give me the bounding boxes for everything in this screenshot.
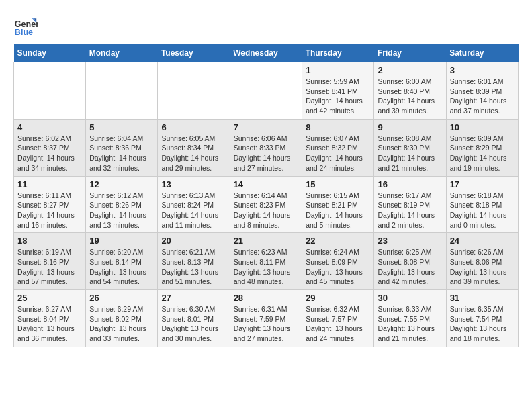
day-detail: Sunrise: 6:09 AM Sunset: 8:29 PM Dayligh… (450, 134, 515, 173)
day-number: 22 (306, 236, 370, 246)
day-detail: Sunrise: 6:13 AM Sunset: 8:24 PM Dayligh… (161, 191, 226, 230)
calendar-cell: 8Sunrise: 6:07 AM Sunset: 8:32 PM Daylig… (302, 119, 374, 176)
week-row-4: 25Sunrise: 6:27 AM Sunset: 8:04 PM Dayli… (14, 290, 519, 347)
calendar-cell: 16Sunrise: 6:17 AM Sunset: 8:19 PM Dayli… (374, 176, 446, 233)
logo: General Blue (13, 13, 40, 38)
page-header: General Blue (13, 13, 519, 38)
svg-text:Blue: Blue (15, 28, 33, 37)
day-detail: Sunrise: 6:00 AM Sunset: 8:40 PM Dayligh… (378, 77, 442, 116)
day-detail: Sunrise: 6:18 AM Sunset: 8:18 PM Dayligh… (450, 191, 515, 230)
day-detail: Sunrise: 6:26 AM Sunset: 8:06 PM Dayligh… (450, 247, 515, 287)
day-detail: Sunrise: 6:32 AM Sunset: 7:57 PM Dayligh… (306, 304, 370, 344)
calendar-cell: 1Sunrise: 5:59 AM Sunset: 8:41 PM Daylig… (302, 62, 374, 120)
week-row-2: 11Sunrise: 6:11 AM Sunset: 8:27 PM Dayli… (14, 176, 519, 233)
day-number: 21 (234, 236, 299, 246)
calendar-cell: 13Sunrise: 6:13 AM Sunset: 8:24 PM Dayli… (158, 176, 230, 233)
weekday-header-thursday: Thursday (302, 44, 374, 62)
weekday-header-row: SundayMondayTuesdayWednesdayThursdayFrid… (14, 44, 519, 62)
day-number: 31 (450, 293, 515, 303)
calendar-cell: 21Sunrise: 6:23 AM Sunset: 8:11 PM Dayli… (230, 233, 302, 290)
day-number: 5 (89, 122, 154, 132)
calendar-cell: 29Sunrise: 6:32 AM Sunset: 7:57 PM Dayli… (302, 290, 374, 347)
calendar-cell: 22Sunrise: 6:24 AM Sunset: 8:09 PM Dayli… (302, 233, 374, 290)
day-detail: Sunrise: 6:21 AM Sunset: 8:13 PM Dayligh… (161, 247, 226, 287)
day-detail: Sunrise: 6:08 AM Sunset: 8:30 PM Dayligh… (378, 134, 442, 173)
weekday-header-monday: Monday (86, 44, 158, 62)
day-number: 12 (89, 179, 154, 189)
day-detail: Sunrise: 6:02 AM Sunset: 8:37 PM Dayligh… (17, 134, 82, 173)
day-number: 2 (378, 65, 442, 75)
calendar-cell: 2Sunrise: 6:00 AM Sunset: 8:40 PM Daylig… (374, 62, 446, 120)
weekday-header-sunday: Sunday (14, 44, 86, 62)
calendar-cell: 15Sunrise: 6:15 AM Sunset: 8:21 PM Dayli… (302, 176, 374, 233)
calendar-cell: 18Sunrise: 6:19 AM Sunset: 8:16 PM Dayli… (14, 233, 86, 290)
calendar-cell: 20Sunrise: 6:21 AM Sunset: 8:13 PM Dayli… (158, 233, 230, 290)
day-number: 13 (161, 179, 226, 189)
day-detail: Sunrise: 6:01 AM Sunset: 8:39 PM Dayligh… (450, 77, 515, 116)
day-number: 3 (450, 65, 515, 75)
calendar-cell: 6Sunrise: 6:05 AM Sunset: 8:34 PM Daylig… (158, 119, 230, 176)
weekday-header-friday: Friday (374, 44, 446, 62)
day-number: 16 (378, 179, 442, 189)
day-number: 26 (89, 293, 154, 303)
calendar-cell: 10Sunrise: 6:09 AM Sunset: 8:29 PM Dayli… (446, 119, 518, 176)
calendar-cell: 28Sunrise: 6:31 AM Sunset: 7:59 PM Dayli… (230, 290, 302, 347)
day-detail: Sunrise: 6:30 AM Sunset: 8:01 PM Dayligh… (161, 304, 226, 344)
day-detail: Sunrise: 6:17 AM Sunset: 8:19 PM Dayligh… (378, 191, 442, 230)
calendar-cell: 23Sunrise: 6:25 AM Sunset: 8:08 PM Dayli… (374, 233, 446, 290)
day-detail: Sunrise: 6:04 AM Sunset: 8:36 PM Dayligh… (89, 134, 154, 173)
week-row-0: 1Sunrise: 5:59 AM Sunset: 8:41 PM Daylig… (14, 62, 519, 120)
calendar-table: SundayMondayTuesdayWednesdayThursdayFrid… (13, 44, 519, 347)
day-detail: Sunrise: 6:29 AM Sunset: 8:02 PM Dayligh… (89, 304, 154, 344)
day-number: 28 (234, 293, 299, 303)
day-number: 10 (450, 122, 515, 132)
calendar-cell: 7Sunrise: 6:06 AM Sunset: 8:33 PM Daylig… (230, 119, 302, 176)
day-number: 30 (378, 293, 442, 303)
day-detail: Sunrise: 6:23 AM Sunset: 8:11 PM Dayligh… (234, 247, 299, 287)
calendar-cell: 17Sunrise: 6:18 AM Sunset: 8:18 PM Dayli… (446, 176, 518, 233)
day-detail: Sunrise: 6:24 AM Sunset: 8:09 PM Dayligh… (306, 247, 370, 287)
calendar-cell: 19Sunrise: 6:20 AM Sunset: 8:14 PM Dayli… (86, 233, 158, 290)
day-detail: Sunrise: 6:27 AM Sunset: 8:04 PM Dayligh… (17, 304, 82, 344)
day-number: 27 (161, 293, 226, 303)
calendar-cell: 9Sunrise: 6:08 AM Sunset: 8:30 PM Daylig… (374, 119, 446, 176)
day-number: 25 (17, 293, 82, 303)
day-detail: Sunrise: 6:14 AM Sunset: 8:23 PM Dayligh… (234, 191, 299, 230)
calendar-cell: 3Sunrise: 6:01 AM Sunset: 8:39 PM Daylig… (446, 62, 518, 120)
day-number: 9 (378, 122, 442, 132)
day-number: 20 (161, 236, 226, 246)
calendar-cell: 14Sunrise: 6:14 AM Sunset: 8:23 PM Dayli… (230, 176, 302, 233)
day-detail: Sunrise: 6:20 AM Sunset: 8:14 PM Dayligh… (89, 247, 154, 287)
day-number: 23 (378, 236, 442, 246)
calendar-cell: 5Sunrise: 6:04 AM Sunset: 8:36 PM Daylig… (86, 119, 158, 176)
calendar-cell: 24Sunrise: 6:26 AM Sunset: 8:06 PM Dayli… (446, 233, 518, 290)
day-number: 15 (306, 179, 370, 189)
weekday-header-wednesday: Wednesday (230, 44, 302, 62)
calendar-cell: 26Sunrise: 6:29 AM Sunset: 8:02 PM Dayli… (86, 290, 158, 347)
logo-icon: General Blue (13, 13, 38, 38)
day-number: 29 (306, 293, 370, 303)
day-detail: Sunrise: 5:59 AM Sunset: 8:41 PM Dayligh… (306, 77, 370, 116)
day-number: 17 (450, 179, 515, 189)
day-detail: Sunrise: 6:33 AM Sunset: 7:55 PM Dayligh… (378, 304, 442, 344)
calendar-cell (86, 62, 158, 120)
day-number: 18 (17, 236, 82, 246)
day-detail: Sunrise: 6:19 AM Sunset: 8:16 PM Dayligh… (17, 247, 82, 287)
calendar-cell: 12Sunrise: 6:12 AM Sunset: 8:26 PM Dayli… (86, 176, 158, 233)
calendar-cell: 27Sunrise: 6:30 AM Sunset: 8:01 PM Dayli… (158, 290, 230, 347)
calendar-cell (230, 62, 302, 120)
day-detail: Sunrise: 6:31 AM Sunset: 7:59 PM Dayligh… (234, 304, 299, 344)
weekday-header-tuesday: Tuesday (158, 44, 230, 62)
day-number: 14 (234, 179, 299, 189)
week-row-1: 4Sunrise: 6:02 AM Sunset: 8:37 PM Daylig… (14, 119, 519, 176)
calendar-cell: 4Sunrise: 6:02 AM Sunset: 8:37 PM Daylig… (14, 119, 86, 176)
day-number: 19 (89, 236, 154, 246)
day-number: 24 (450, 236, 515, 246)
day-detail: Sunrise: 6:07 AM Sunset: 8:32 PM Dayligh… (306, 134, 370, 173)
day-number: 8 (306, 122, 370, 132)
calendar-cell: 31Sunrise: 6:35 AM Sunset: 7:54 PM Dayli… (446, 290, 518, 347)
calendar-cell (158, 62, 230, 120)
day-number: 1 (306, 65, 370, 75)
day-detail: Sunrise: 6:25 AM Sunset: 8:08 PM Dayligh… (378, 247, 442, 287)
calendar-cell: 11Sunrise: 6:11 AM Sunset: 8:27 PM Dayli… (14, 176, 86, 233)
